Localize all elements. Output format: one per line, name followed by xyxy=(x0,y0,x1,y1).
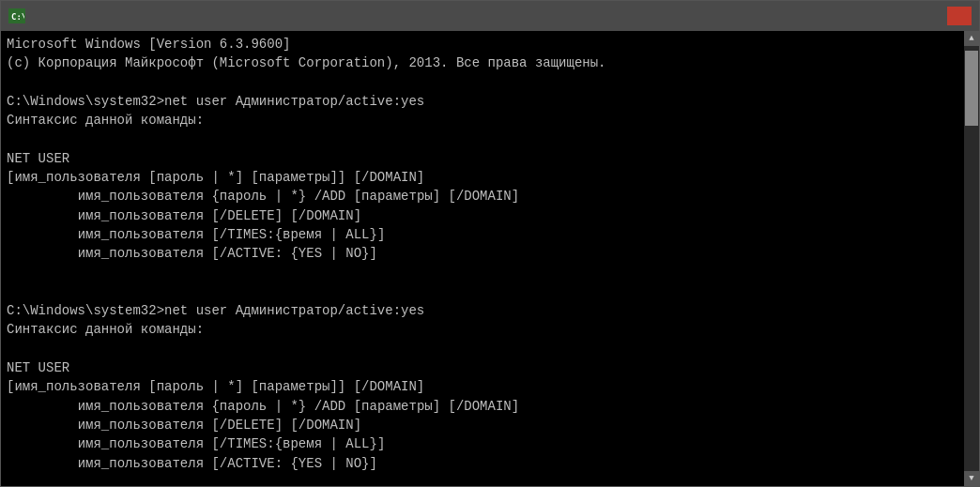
scrollbar-thumb[interactable] xyxy=(965,51,978,126)
title-bar-left: C:\ xyxy=(8,8,31,23)
scroll-up-arrow[interactable]: ▲ xyxy=(964,31,979,46)
maximize-button[interactable] xyxy=(921,7,945,25)
scroll-down-arrow[interactable]: ▼ xyxy=(964,471,979,486)
minimize-button[interactable] xyxy=(895,7,919,25)
cmd-icon: C:\ xyxy=(8,8,25,23)
scrollbar[interactable]: ▲ ▼ xyxy=(964,31,979,486)
terminal-body: Microsoft Windows [Version 6.3.9600] (c)… xyxy=(1,31,979,486)
scrollbar-track[interactable] xyxy=(964,46,979,471)
terminal-content[interactable]: Microsoft Windows [Version 6.3.9600] (c)… xyxy=(1,31,964,486)
title-bar-controls xyxy=(895,7,972,25)
title-bar: C:\ xyxy=(1,1,979,31)
cmd-window: C:\ Microsoft Windows [Version 6.3.9600]… xyxy=(0,0,980,487)
close-button[interactable] xyxy=(947,7,972,25)
svg-text:C:\: C:\ xyxy=(11,12,24,22)
